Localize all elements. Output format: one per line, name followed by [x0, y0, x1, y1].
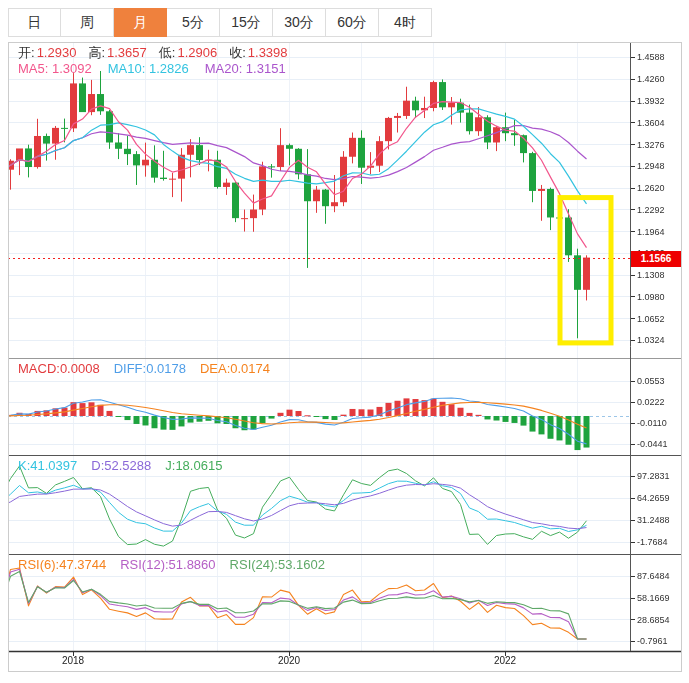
timeframe-tabs: 日 周 月 5分 15分 30分 60分 4时: [8, 8, 432, 37]
dea-value: DEA:0.0174: [200, 361, 270, 376]
ma-readout: MA5: 1.3092MA10: 1.2826MA20: 1.3151: [18, 61, 302, 76]
macd-readout: MACD:0.0008DIFF:0.0178DEA:0.0174: [18, 361, 284, 376]
rsi-readout: RSI(6):47.3744RSI(12):51.8860RSI(24):53.…: [18, 557, 339, 572]
j-value: J:18.0615: [165, 458, 222, 473]
x-axis-label-2022: 2022: [490, 655, 520, 666]
tab-week[interactable]: 周: [61, 8, 114, 37]
ma10-value: MA10: 1.2826: [108, 61, 189, 76]
macd-value: MACD:0.0008: [18, 361, 100, 376]
kdj-readout: K:41.0397D:52.5288J:18.0615: [18, 458, 236, 473]
tab-60min[interactable]: 60分: [326, 8, 379, 37]
rsi24-value: RSI(24):53.1602: [230, 557, 325, 572]
tab-15min[interactable]: 15分: [220, 8, 273, 37]
x-axis-label-2018: 2018: [58, 655, 88, 666]
price-badge: 1.1566: [631, 251, 681, 267]
tab-month[interactable]: 月: [114, 8, 167, 37]
tab-4hour[interactable]: 4时: [379, 8, 432, 37]
tab-day[interactable]: 日: [8, 8, 61, 37]
ma5-value: MA5: 1.3092: [18, 61, 92, 76]
tab-30min[interactable]: 30分: [273, 8, 326, 37]
low-label: 低:: [159, 45, 176, 60]
open-value: 1.2930: [37, 45, 77, 60]
open-label: 开:: [18, 45, 35, 60]
high-label: 高:: [88, 45, 105, 60]
k-value: K:41.0397: [18, 458, 77, 473]
close-value: 1.3398: [248, 45, 288, 60]
close-label: 收:: [229, 45, 246, 60]
ma20-value: MA20: 1.3151: [205, 61, 286, 76]
high-value: 1.3657: [107, 45, 147, 60]
d-value: D:52.5288: [91, 458, 151, 473]
diff-value: DIFF:0.0178: [114, 361, 186, 376]
rsi12-value: RSI(12):51.8860: [120, 557, 215, 572]
x-axis-label-2020: 2020: [274, 655, 304, 666]
low-value: 1.2906: [177, 45, 217, 60]
chart-canvas[interactable]: [0, 0, 689, 683]
ohlc-readout: 开:1.2930高:1.3657低:1.2906收:1.3398: [18, 44, 300, 62]
tab-5min[interactable]: 5分: [167, 8, 220, 37]
rsi6-value: RSI(6):47.3744: [18, 557, 106, 572]
